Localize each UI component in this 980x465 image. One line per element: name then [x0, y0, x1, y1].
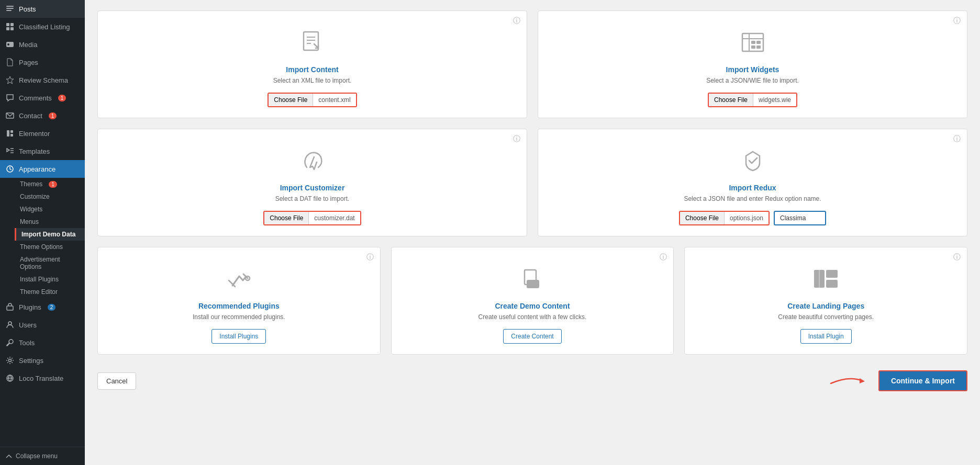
import-redux-title: Import Redux	[729, 184, 776, 192]
continue-import-button[interactable]: Continue & Import	[878, 370, 967, 391]
media-icon	[5, 40, 15, 49]
plugins-badge: 2	[48, 304, 56, 311]
review-schema-icon	[5, 75, 15, 85]
appearance-icon	[5, 164, 15, 174]
import-redux-file-group[interactable]: Choose File options.json	[679, 211, 770, 225]
create-content-btn[interactable]: Create Content	[503, 329, 561, 344]
sidebar-item-comments[interactable]: Comments 1	[0, 89, 85, 107]
recommended-plugins-desc: Install our recommended plugins.	[193, 313, 285, 321]
cancel-button[interactable]: Cancel	[97, 372, 136, 390]
recommended-plugins-title: Recommended Plugins	[198, 302, 280, 310]
create-landing-pages-title: Create Landing Pages	[787, 302, 864, 310]
create-demo-content-title: Create Demo Content	[495, 302, 570, 310]
sidebar-item-tools[interactable]: Tools	[0, 334, 85, 351]
sidebar-subitem-themes[interactable]: Themes 1	[15, 178, 85, 190]
sidebar-subitem-menus[interactable]: Menus	[15, 216, 85, 228]
sidebar-subitem-theme-editor[interactable]: Theme Editor	[15, 286, 85, 298]
info-icon-recommended-plugins: ⓘ	[366, 253, 374, 262]
import-content-file-name: content.xml	[313, 94, 355, 106]
collapse-menu[interactable]: Collapse menu	[0, 447, 85, 465]
row-1: ⓘ Import Content Select an XML file to i…	[97, 10, 967, 118]
loco-translate-icon	[5, 373, 15, 383]
import-redux-choose-file-btn[interactable]: Choose File	[680, 212, 725, 224]
recommended-plugins-card: ⓘ Recommended Plugins Install our recomm…	[97, 247, 381, 355]
sidebar-item-users[interactable]: Users	[0, 316, 85, 334]
import-widgets-choose-file-btn[interactable]: Choose File	[709, 94, 753, 106]
tools-icon	[5, 338, 15, 347]
create-demo-content-desc: Create useful content with a few clicks.	[478, 313, 587, 321]
import-customizer-file-group[interactable]: Choose File customizer.dat	[263, 211, 361, 225]
info-icon-import-customizer: ⓘ	[513, 134, 520, 144]
sidebar-item-templates[interactable]: Templates	[0, 142, 85, 160]
plugins-label: Plugins	[19, 303, 41, 311]
sidebar-subitem-widgets[interactable]: Widgets	[15, 203, 85, 216]
create-demo-content-card: ⓘ Create Demo Content Create useful cont…	[391, 247, 674, 355]
appearance-submenu: Themes 1 Customize Widgets Menus Import …	[0, 178, 85, 298]
sidebar-subitem-customize[interactable]: Customize	[15, 190, 85, 203]
import-redux-card: ⓘ Import Redux Select a JSON file and en…	[538, 129, 967, 236]
svg-rect-35	[527, 280, 539, 288]
import-widgets-icon-area	[740, 27, 766, 58]
import-widgets-file-name: widgets.wie	[753, 94, 796, 106]
widgets-label: Widgets	[20, 206, 42, 213]
sidebar-item-contact[interactable]: Contact 1	[0, 107, 85, 124]
tools-label: Tools	[19, 339, 35, 347]
svg-rect-3	[6, 23, 9, 26]
appearance-label: Appearance	[19, 165, 55, 173]
users-icon	[5, 320, 15, 330]
import-content-file-group[interactable]: Choose File content.xml	[268, 93, 357, 107]
create-demo-content-actions: Create Content	[503, 329, 561, 344]
sidebar-subitem-advertisement-options[interactable]: Advertisement Options	[15, 253, 85, 273]
import-customizer-file-name: customizer.dat	[309, 212, 360, 224]
sidebar-subitem-import-demo-data[interactable]: Import Demo Data	[15, 228, 85, 241]
contact-label: Contact	[19, 112, 42, 120]
svg-rect-30	[756, 41, 761, 44]
sidebar-item-posts[interactable]: Posts	[0, 0, 85, 18]
pages-icon	[5, 58, 15, 67]
sidebar-item-appearance[interactable]: Appearance	[0, 160, 85, 178]
pages-label: Pages	[19, 59, 38, 66]
info-icon-import-content: ⓘ	[513, 16, 520, 26]
main-content: ⓘ Import Content Select an XML file to i…	[85, 0, 980, 465]
redux-option-name-input[interactable]	[774, 211, 826, 225]
import-content-actions: Choose File content.xml	[268, 93, 357, 107]
svg-marker-9	[6, 76, 14, 84]
contact-icon	[5, 111, 15, 120]
themes-badge: 1	[49, 181, 57, 188]
import-content-choose-file-btn[interactable]: Choose File	[269, 94, 313, 106]
sidebar-item-settings[interactable]: Settings	[0, 351, 85, 369]
sidebar-item-review-schema[interactable]: Review Schema	[0, 71, 85, 89]
install-plugins-btn[interactable]: Install Plugins	[211, 329, 266, 344]
recommended-plugins-icon-area	[225, 263, 253, 294]
import-widgets-card: ⓘ Import Widgets Select a JSON/WIE file …	[538, 10, 967, 118]
import-widgets-file-group[interactable]: Choose File widgets.wie	[708, 93, 797, 107]
svg-rect-37	[826, 270, 838, 278]
svg-rect-4	[10, 23, 14, 26]
review-schema-label: Review Schema	[19, 76, 68, 84]
svg-rect-6	[10, 27, 14, 30]
import-redux-icon-area	[740, 145, 766, 176]
comments-icon	[5, 93, 15, 103]
customize-label: Customize	[20, 193, 50, 200]
install-plugin-btn[interactable]: Install Plugin	[800, 329, 852, 344]
templates-icon	[5, 146, 15, 156]
svg-rect-5	[6, 27, 9, 30]
sidebar-item-elementor[interactable]: Elementor	[0, 124, 85, 142]
import-content-icon-area	[299, 27, 326, 58]
recommended-plugins-actions: Install Plugins	[211, 329, 266, 344]
sidebar-item-media[interactable]: Media	[0, 36, 85, 53]
templates-label: Templates	[19, 148, 50, 155]
import-customizer-icon-area	[299, 145, 326, 176]
sidebar-subitem-theme-options[interactable]: Theme Options	[15, 241, 85, 253]
sidebar-item-loco-translate[interactable]: Loco Translate	[0, 369, 85, 387]
import-customizer-choose-file-btn[interactable]: Choose File	[264, 212, 309, 224]
info-icon-import-widgets: ⓘ	[953, 16, 961, 26]
sidebar-subitem-install-plugins[interactable]: Install Plugins	[15, 273, 85, 286]
sidebar-item-classified-listing[interactable]: Classified Listing	[0, 18, 85, 36]
sidebar-item-plugins[interactable]: Plugins 2	[0, 298, 85, 316]
sidebar-item-pages[interactable]: Pages	[0, 53, 85, 71]
sidebar: Posts Classified Listing Media Pages Rev…	[0, 0, 85, 465]
install-plugins-label: Install Plugins	[20, 276, 59, 283]
import-redux-file-name: options.json	[725, 212, 769, 224]
themes-label: Themes	[20, 180, 42, 188]
